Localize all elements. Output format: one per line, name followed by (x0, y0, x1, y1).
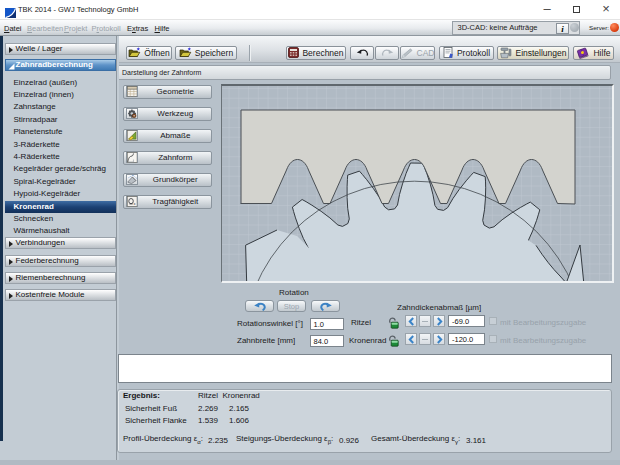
svg-text:x: x (133, 201, 135, 206)
